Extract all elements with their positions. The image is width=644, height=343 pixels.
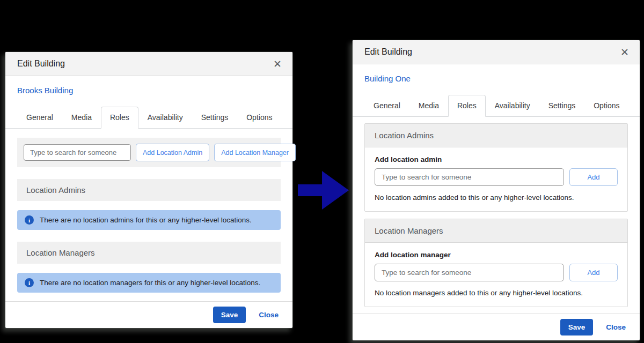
- role-search-toolbar: Add Location Admin Add Location Manager: [17, 138, 281, 167]
- modal-title: Edit Building: [17, 59, 65, 69]
- tab-options[interactable]: Options: [584, 95, 628, 117]
- add-location-manager-button[interactable]: Add Location Manager: [214, 144, 296, 161]
- close-button[interactable]: Close: [259, 311, 279, 319]
- tab-bar: General Media Roles Availability Setting…: [353, 95, 640, 117]
- tab-settings[interactable]: Settings: [539, 95, 585, 117]
- add-manager-button[interactable]: Add: [569, 264, 618, 281]
- close-button[interactable]: Close: [606, 323, 626, 331]
- tab-availability[interactable]: Availability: [138, 107, 192, 129]
- modal-title: Edit Building: [364, 47, 412, 57]
- add-admin-button[interactable]: Add: [569, 168, 618, 186]
- tab-media[interactable]: Media: [409, 95, 448, 117]
- close-icon[interactable]: ✕: [273, 59, 282, 69]
- edit-building-modal-before: Edit Building ✕ Brooks Building General …: [5, 52, 292, 328]
- alert-text: There are no location admins for this or…: [40, 216, 252, 224]
- tab-settings[interactable]: Settings: [192, 107, 238, 129]
- modal-footer: Save Close: [5, 301, 292, 328]
- manager-search-input[interactable]: [375, 264, 564, 281]
- modal-footer: Save Close: [353, 314, 640, 340]
- tab-general[interactable]: General: [17, 107, 62, 129]
- modal-header: Edit Building ✕: [5, 52, 292, 76]
- location-admins-card-header: Location Admins: [365, 124, 627, 147]
- no-managers-text: No location managers added to this or an…: [375, 289, 618, 297]
- close-icon[interactable]: ✕: [620, 47, 629, 57]
- tab-media[interactable]: Media: [62, 107, 101, 129]
- add-location-admin-button[interactable]: Add Location Admin: [136, 144, 209, 161]
- location-managers-section-header: Location Managers: [17, 242, 281, 264]
- tab-roles[interactable]: Roles: [101, 107, 138, 129]
- building-name-link[interactable]: Brooks Building: [17, 86, 73, 95]
- tab-availability[interactable]: Availability: [486, 95, 539, 117]
- add-admin-input-row: Add: [375, 168, 618, 186]
- tab-options[interactable]: Options: [237, 107, 281, 129]
- info-icon: i: [25, 215, 34, 225]
- tab-bar: General Media Roles Availability Setting…: [5, 107, 292, 129]
- location-managers-card-header: Location Managers: [365, 219, 627, 243]
- admin-search-input[interactable]: [375, 168, 564, 186]
- no-managers-alert: i There are no location managers for thi…: [17, 273, 281, 293]
- add-location-admin-label: Add location admin: [375, 155, 618, 163]
- add-location-manager-label: Add location manager: [375, 251, 618, 259]
- location-managers-card-body: Add location manager Add No location man…: [365, 243, 627, 307]
- alert-text: There are no location managers for this …: [40, 279, 260, 287]
- modal-header: Edit Building ✕: [353, 40, 640, 64]
- location-admins-card: Location Admins Add location admin Add N…: [364, 123, 628, 212]
- building-name-link[interactable]: Building One: [364, 74, 411, 83]
- location-managers-card: Location Managers Add location manager A…: [364, 219, 628, 307]
- location-admins-card-body: Add location admin Add No location admin…: [365, 147, 627, 211]
- save-button[interactable]: Save: [213, 307, 246, 323]
- modal-body: Brooks Building General Media Roles Avai…: [5, 76, 292, 301]
- search-input[interactable]: [24, 144, 131, 161]
- no-admins-text: No location admins added to this or any …: [375, 193, 618, 202]
- modal-body: Building One General Media Roles Availab…: [353, 64, 640, 314]
- info-icon: i: [25, 278, 34, 287]
- add-manager-input-row: Add: [375, 264, 618, 281]
- tab-roles[interactable]: Roles: [448, 95, 486, 117]
- save-button[interactable]: Save: [560, 319, 594, 335]
- no-admins-alert: i There are no location admins for this …: [17, 210, 281, 230]
- edit-building-modal-after: Edit Building ✕ Building One General Med…: [353, 40, 640, 340]
- location-admins-section-header: Location Admins: [17, 179, 281, 201]
- right-arrow-icon: [295, 168, 352, 212]
- tab-general[interactable]: General: [364, 95, 409, 117]
- transform-arrow: [295, 168, 352, 212]
